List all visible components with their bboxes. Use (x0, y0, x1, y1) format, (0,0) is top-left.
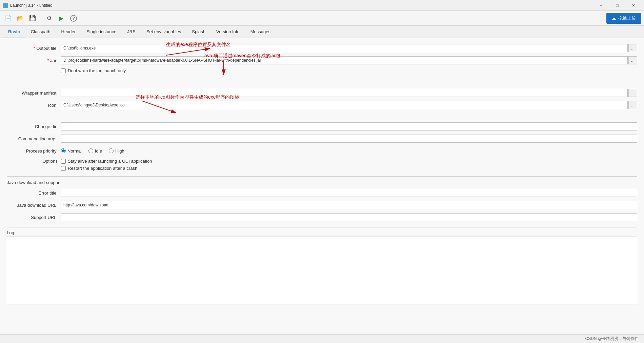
settings-button[interactable]: ⚙ (44, 13, 55, 24)
maximize-button[interactable]: □ (609, 1, 625, 10)
tab-version-info[interactable]: Version Info (211, 26, 245, 38)
priority-normal-text: Normal (67, 148, 82, 154)
status-text: CSDN @长路漫漫，与键作伴 (585, 336, 639, 341)
new-icon: 📄 (5, 15, 12, 21)
icon-input[interactable] (61, 101, 628, 109)
wrapper-manifest-label: Wrapper manifest: (7, 90, 61, 96)
tab-messages[interactable]: Messages (245, 26, 276, 38)
dont-wrap-label[interactable]: Dont wrap the jar, launch only (61, 68, 126, 73)
jar-label: Jar: (7, 58, 61, 63)
priority-idle-radio[interactable] (88, 148, 93, 153)
java-download-row: Java download URL: (7, 201, 637, 209)
restart-crash-label[interactable]: Restart the application after a crash (61, 166, 152, 171)
restart-crash-checkbox[interactable] (61, 166, 66, 171)
output-file-row: Output file: … (7, 44, 637, 53)
jar-browse[interactable]: … (628, 56, 637, 64)
separator-1 (41, 14, 41, 22)
tab-single-instance[interactable]: Single instance (81, 26, 122, 38)
app-icon (3, 3, 8, 8)
minimize-button[interactable]: − (593, 1, 609, 10)
log-area (7, 237, 637, 304)
jar-row: Jar: … (7, 56, 637, 65)
support-url-row: Support URL: (7, 213, 637, 222)
command-line-input[interactable] (61, 135, 637, 143)
title-bar-left: Launch4j 3.14 - untitled (3, 3, 53, 8)
options-row: Options Stay alive after launching a GUI… (7, 159, 637, 171)
process-priority-label: Process priority: (7, 148, 61, 154)
priority-normal-radio[interactable] (61, 148, 66, 153)
stay-alive-text: Stay alive after launching a GUI applica… (68, 159, 152, 164)
open-icon: 📂 (17, 15, 24, 21)
output-file-browse[interactable]: … (628, 44, 637, 52)
change-dir-row: Change dir: (7, 122, 637, 131)
help-icon: ? (70, 15, 77, 22)
output-file-label: Output file: (7, 46, 61, 51)
tab-jre[interactable]: JRE (122, 26, 141, 38)
cloud-icon: ☁ (612, 16, 616, 21)
priority-high-label[interactable]: High (109, 148, 124, 154)
save-button[interactable]: 💾 (27, 13, 38, 24)
java-download-label: Java download URL: (7, 203, 61, 208)
status-bar: CSDN @长路漫漫，与键作伴 (0, 334, 644, 343)
main-content: Output file: … 生成的exe程序位置及其文件名 Jar: … (0, 38, 644, 341)
tab-basic[interactable]: Basic (3, 26, 25, 38)
options-label: Options (7, 159, 61, 164)
process-priority-row: Process priority: Normal Idle High (7, 146, 637, 155)
priority-high-text: High (115, 148, 124, 154)
dont-wrap-checkbox[interactable] (61, 68, 66, 73)
stay-alive-label[interactable]: Stay alive after launching a GUI applica… (61, 159, 152, 164)
icon-label: Icon: (7, 103, 61, 108)
wrapper-manifest-row: Wrapper manifest: … (7, 88, 637, 97)
close-button[interactable]: ✕ (626, 1, 641, 10)
error-title-row: Error title: (7, 188, 637, 197)
command-line-label: Command line args: (7, 136, 61, 141)
title-bar: Launch4j 3.14 - untitled − □ ✕ (0, 0, 644, 11)
help-button[interactable]: ? (68, 13, 79, 24)
priority-radio-group: Normal Idle High (61, 148, 637, 154)
priority-idle-text: Idle (95, 148, 102, 154)
support-url-input[interactable] (61, 213, 637, 221)
log-section: Log (7, 227, 637, 304)
wrapper-manifest-browse[interactable]: … (628, 89, 637, 97)
toolbar: 📄 📂 💾 ⚙ ▶ ? ☁ 拖拽上传 (0, 11, 644, 26)
wrapper-manifest-input[interactable] (61, 89, 628, 97)
log-label: Log (7, 227, 637, 235)
options-section: Stay alive after launching a GUI applica… (61, 159, 152, 171)
output-file-input[interactable] (61, 44, 628, 52)
run-button[interactable]: ▶ (56, 13, 67, 24)
tab-bar: Basic Classpath Header Single instance J… (0, 26, 644, 38)
error-title-input[interactable] (61, 189, 637, 197)
icon-browse[interactable]: … (628, 101, 637, 109)
run-icon: ▶ (59, 15, 64, 22)
icon-arrow-svg (122, 96, 258, 123)
error-title-label: Error title: (7, 190, 61, 196)
tab-set-env[interactable]: Set env. variables (141, 26, 186, 38)
tab-splash[interactable]: Splash (186, 26, 211, 38)
change-dir-label: Change dir: (7, 124, 61, 129)
tab-header[interactable]: Header (56, 26, 81, 38)
gear-icon: ⚙ (47, 15, 52, 21)
upload-label: 拖拽上传 (618, 15, 636, 21)
java-section-title: Java download and support (7, 176, 637, 185)
open-button[interactable]: 📂 (15, 13, 26, 24)
title-text: Launch4j 3.14 - untitled (10, 3, 53, 8)
change-dir-input[interactable] (61, 122, 637, 130)
upload-button[interactable]: ☁ 拖拽上传 (606, 13, 641, 24)
priority-idle-label[interactable]: Idle (88, 148, 102, 154)
java-download-input[interactable] (61, 201, 637, 209)
save-icon: 💾 (29, 15, 36, 21)
icon-row: Icon: … (7, 101, 637, 109)
stay-alive-checkbox[interactable] (61, 159, 66, 164)
restart-crash-text: Restart the application after a crash (68, 166, 137, 171)
priority-normal-label[interactable]: Normal (61, 148, 82, 154)
priority-high-radio[interactable] (109, 148, 114, 153)
tab-classpath[interactable]: Classpath (25, 26, 56, 38)
dont-wrap-text: Dont wrap the jar, launch only (68, 68, 126, 73)
command-line-row: Command line args: (7, 134, 637, 143)
jar-input[interactable] (61, 56, 628, 64)
new-button[interactable]: 📄 (3, 13, 14, 24)
title-bar-controls: − □ ✕ (593, 1, 641, 10)
dont-wrap-row: Dont wrap the jar, launch only (7, 68, 637, 73)
support-url-label: Support URL: (7, 215, 61, 220)
